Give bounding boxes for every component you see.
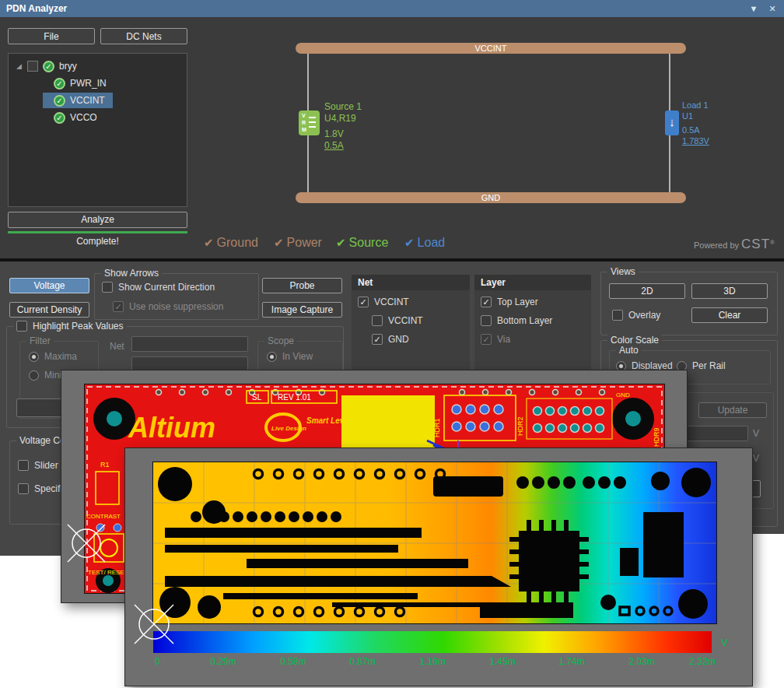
- radio[interactable]: [267, 352, 277, 362]
- net-field-label: Net: [110, 341, 124, 352]
- legend-source: ✔Source: [336, 236, 388, 250]
- check-circle-icon: ✓: [54, 95, 65, 107]
- color-scale-ticks: 0 0.29m 0.58m 0.87m 1.16m 1.45m 1.74m 2.…: [153, 656, 712, 669]
- tree-item-pwr-in[interactable]: ✓ PWR_IN: [54, 75, 183, 91]
- update-button[interactable]: Update: [698, 402, 767, 418]
- sl-label: SL: [252, 393, 262, 402]
- source-current-link[interactable]: 0.5A: [324, 140, 344, 152]
- show-current-direction-checkbox[interactable]: Show Current Direction: [102, 282, 215, 293]
- view-3d-button[interactable]: 3D: [691, 283, 768, 299]
- overlay-checkbox[interactable]: Overlay: [612, 310, 660, 321]
- layer-item-bottom[interactable]: Bottom Layer: [481, 315, 552, 326]
- load-voltage-link[interactable]: 1.783V: [682, 135, 709, 146]
- layer-list-header: Layer: [474, 275, 591, 290]
- voltage-map-window[interactable]: 0 0.29m 0.58m 0.87m 1.16m 1.45m 1.74m 2.…: [124, 448, 753, 686]
- tree-item-vcco[interactable]: ✓ VCCO: [54, 110, 183, 125]
- in-view-radio[interactable]: In View: [267, 351, 313, 362]
- check-icon: ✔: [204, 236, 214, 249]
- scale-max-field[interactable]: [681, 426, 748, 441]
- slider-checkbox[interactable]: Slider: [18, 460, 58, 471]
- legend-ground: ✔Ground: [204, 236, 258, 250]
- color-scale-unit: V: [721, 637, 728, 648]
- scale-max-unit: V: [753, 428, 759, 439]
- layer-item-top[interactable]: ✓ Top Layer: [481, 297, 538, 307]
- contrast-label: CONTRAST: [86, 513, 121, 520]
- file-button[interactable]: File: [8, 28, 95, 44]
- highlight-peak-values-checkbox[interactable]: Highlight Peak Values: [13, 321, 127, 332]
- net-tree[interactable]: ◢ ✓ bryy ✓ PWR_IN ✓ VCCINT ✓ VCCO: [8, 53, 187, 207]
- tree-item-label: VCCO: [70, 112, 97, 123]
- window-title: PDN Analyzer: [6, 3, 67, 14]
- rail-gnd[interactable]: GND: [296, 192, 686, 203]
- source-title: Source 1: [324, 101, 362, 113]
- vrm-source-icon[interactable]: VRM: [299, 111, 320, 135]
- gnd-silk-label: GND: [616, 391, 630, 398]
- minimize-icon[interactable]: ▼: [745, 0, 762, 17]
- tree-item-label: VCCINT: [70, 95, 105, 106]
- check-circle-icon: ✓: [54, 78, 65, 90]
- hdr1-label: HDR1: [433, 418, 441, 437]
- noise-suppression-checkbox[interactable]: ✓ Use noise suppression: [113, 301, 223, 312]
- load-arrow-icon[interactable]: ↓: [665, 111, 679, 135]
- tree-checkbox[interactable]: [27, 61, 38, 72]
- checkbox[interactable]: ✓: [481, 334, 492, 345]
- expander-icon[interactable]: ◢: [16, 62, 23, 70]
- dc-nets-button[interactable]: DC Nets: [100, 28, 187, 44]
- powered-by-cst: Powered by CST®: [694, 237, 775, 252]
- check-circle-icon: ✓: [43, 61, 54, 72]
- net-item-vccint-child[interactable]: VCCINT: [372, 315, 423, 326]
- checkbox[interactable]: ✓: [358, 297, 369, 307]
- hdr9-label: HDR9: [653, 427, 660, 447]
- blocked-cursor-icon: [65, 522, 107, 564]
- status-text: Complete!: [8, 236, 187, 247]
- checkbox[interactable]: [18, 483, 29, 494]
- screen: PDN Analyzer ▼ ✕ File DC Nets ◢ ✓ bryy ✓…: [0, 0, 784, 688]
- net-item-gnd[interactable]: ✓ GND: [372, 334, 409, 345]
- voltage-map-view[interactable]: [152, 462, 717, 624]
- checkbox[interactable]: [16, 321, 27, 332]
- blocked-cursor-icon: [132, 602, 176, 646]
- tree-item-bryy[interactable]: ◢ ✓ bryy: [16, 58, 183, 74]
- legend-power: ✔Power: [274, 236, 322, 250]
- net-list-header: Net: [352, 275, 470, 290]
- checkbox[interactable]: ✓: [113, 301, 124, 312]
- net-item-vccint[interactable]: ✓ VCCINT: [358, 297, 409, 307]
- close-icon[interactable]: ✕: [764, 0, 781, 17]
- r1-label: R1: [100, 461, 110, 469]
- checkbox[interactable]: [18, 460, 29, 471]
- tree-item-label: PWR_IN: [70, 78, 107, 89]
- radio[interactable]: [29, 352, 39, 362]
- analyze-button[interactable]: Analyze: [8, 212, 187, 228]
- title-bar[interactable]: PDN Analyzer ▼ ✕: [0, 0, 784, 17]
- checkbox[interactable]: [481, 315, 492, 326]
- image-capture-button[interactable]: Image Capture: [262, 302, 342, 318]
- voltage-button[interactable]: Voltage: [9, 278, 89, 293]
- net-field[interactable]: [131, 336, 248, 352]
- specific-checkbox[interactable]: Specifi: [18, 483, 62, 494]
- checkbox[interactable]: [612, 310, 623, 321]
- checkbox[interactable]: ✓: [481, 297, 492, 307]
- views-group: Views 2D 3D Overlay Clear: [600, 272, 778, 335]
- voltage-map-image[interactable]: [153, 462, 716, 623]
- load-current: 0.5A: [682, 125, 700, 135]
- app-body: File DC Nets ◢ ✓ bryy ✓ PWR_IN ✓ VCCINT …: [0, 17, 784, 258]
- probe-button[interactable]: Probe: [262, 278, 342, 293]
- layer-item-via[interactable]: ✓ Via: [481, 334, 510, 345]
- rail-vccint[interactable]: VCCINT: [296, 43, 686, 54]
- maxima-radio[interactable]: Maxima: [29, 351, 77, 362]
- check-icon: ✔: [336, 236, 346, 249]
- tree-item-label: bryy: [59, 61, 77, 72]
- clear-button[interactable]: Clear: [691, 307, 768, 323]
- test-reset-label: TEST/ RESET: [88, 569, 128, 576]
- checkbox[interactable]: [102, 282, 113, 293]
- current-density-button[interactable]: Current Density: [9, 302, 89, 318]
- checkbox[interactable]: [372, 315, 383, 326]
- live-design-text: Live Design: [271, 425, 306, 432]
- view-2d-button[interactable]: 2D: [609, 283, 685, 299]
- check-icon: ✔: [404, 236, 415, 249]
- radio[interactable]: [29, 370, 39, 381]
- checkbox[interactable]: ✓: [372, 334, 383, 345]
- altium-logo-text: Altium: [128, 412, 215, 444]
- tree-item-vccint[interactable]: ✓ VCCINT: [43, 93, 113, 108]
- load-ref: U1: [682, 111, 693, 121]
